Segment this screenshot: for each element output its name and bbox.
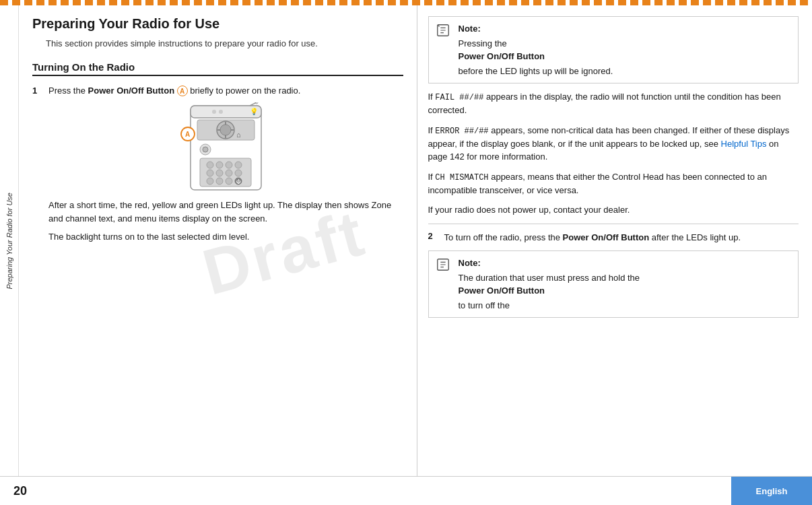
right-para-3: If CH MISMATCH appears, means that eithe… <box>428 170 799 197</box>
step-1-content: Press the Power On/Off Button A briefly … <box>48 84 403 248</box>
divider <box>428 224 799 224</box>
note-icon-2 <box>436 257 452 312</box>
svg-point-20 <box>226 162 232 168</box>
step-1-text-after: briefly to power on the radio. <box>188 86 301 96</box>
language-badge: English <box>731 477 812 505</box>
right-para-2: If ERROR ##/## appears, some non-critica… <box>428 124 799 164</box>
subsection-title: Turning On the Radio <box>32 61 403 76</box>
note-1-label: Note: <box>459 22 792 36</box>
svg-text:⌂: ⌂ <box>236 131 241 139</box>
svg-text:⏻: ⏻ <box>236 179 241 184</box>
note-box-1: Note: Pressing the Power On/Off Button b… <box>428 16 799 83</box>
step-2-content: To turn off the radio, press the Power O… <box>444 231 741 244</box>
bottom-bar: 20 English <box>0 476 812 505</box>
step-1: 1 Press the Power On/Off Button A briefl… <box>32 84 403 248</box>
radio-illustration-container: 💡 <box>48 102 403 193</box>
step-1-after-text-2: The backlight turns on to the last selec… <box>48 230 403 244</box>
section-intro: This section provides simple instruction… <box>46 37 403 50</box>
side-tab: Preparing Your Radio for Use <box>0 5 19 476</box>
note-box-2: Note: The duration that user must press … <box>428 250 799 318</box>
step-1-text-before: Press the <box>48 86 88 96</box>
svg-point-22 <box>207 170 213 176</box>
right-para-1: If FAIL ##/## appears in the display, th… <box>428 90 799 117</box>
svg-text:A: A <box>185 131 190 138</box>
top-dashed-border <box>0 0 812 5</box>
step-1-circle: A <box>174 86 188 96</box>
step-2: 2 To turn off the radio, press the Power… <box>428 231 799 244</box>
step-2-bold1: Power On/Off Button <box>563 232 650 242</box>
left-column: Preparing Your Radio for Use This sectio… <box>19 5 417 476</box>
right-notes: If FAIL ##/## appears in the display, th… <box>428 90 799 217</box>
step-1-after-text-1: After a short time, the red, yellow and … <box>48 199 403 225</box>
right-column: Note: Pressing the Power On/Off Button b… <box>417 5 813 476</box>
note-2-content: Note: The duration that user must press … <box>459 257 792 312</box>
code-fail: FAIL ##/## <box>435 93 483 102</box>
svg-text:💡: 💡 <box>250 107 259 116</box>
svg-point-25 <box>235 170 242 176</box>
page-number: 20 <box>0 477 40 505</box>
svg-point-24 <box>226 170 232 176</box>
svg-point-18 <box>207 162 213 168</box>
svg-point-21 <box>235 162 242 168</box>
bottom-spacer <box>40 477 731 505</box>
step-2-number: 2 <box>428 231 444 244</box>
code-ch-mismatch: CH MISMATCH <box>435 173 488 182</box>
note-2-label: Note: <box>459 257 792 270</box>
svg-point-3 <box>219 110 223 114</box>
note-1-text: Pressing the Power On/Off Button before … <box>459 38 792 76</box>
svg-point-28 <box>226 178 232 184</box>
svg-point-2 <box>212 110 216 114</box>
svg-point-27 <box>216 178 223 184</box>
code-error: ERROR ##/## <box>435 127 488 136</box>
step-1-bold: Power On/Off Button <box>88 86 175 96</box>
helpful-tips-link[interactable]: Helpful Tips <box>721 139 767 149</box>
right-para-4: If your radio does not power up, contact… <box>428 203 799 217</box>
step-1-number: 1 <box>32 84 48 248</box>
section-title: Preparing Your Radio for Use <box>32 16 403 32</box>
note-1-content: Note: Pressing the Power On/Off Button b… <box>459 22 792 77</box>
note-icon-1 <box>436 23 452 77</box>
svg-point-23 <box>216 170 223 176</box>
note-2-text: The duration that user must press and ho… <box>459 273 792 310</box>
svg-point-26 <box>207 178 213 184</box>
svg-point-19 <box>216 162 223 168</box>
side-tab-label: Preparing Your Radio for Use <box>5 193 13 290</box>
radio-illustration: 💡 <box>177 102 275 193</box>
svg-point-16 <box>203 147 208 152</box>
svg-point-9 <box>220 125 231 135</box>
